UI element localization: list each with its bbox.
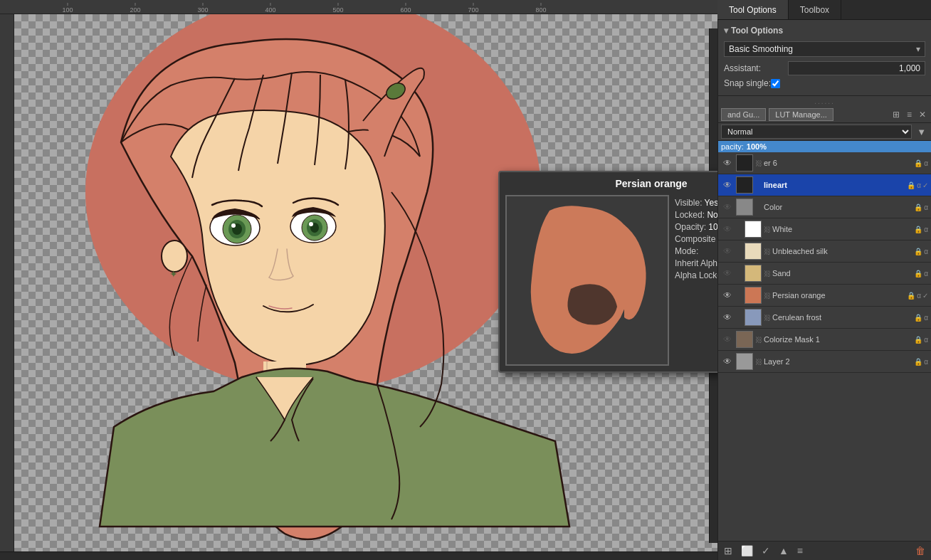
- layer-extra-icon-lineart: ✓: [922, 181, 928, 189]
- ruler-top: 100 200 300 400 500 600 700 800: [0, 0, 717, 14]
- layer-lock-icon-lineart: 🔒: [907, 181, 915, 189]
- layer-chain-sand: ⛓: [764, 270, 772, 278]
- merge-button[interactable]: ≡: [794, 544, 806, 558]
- opacity-row: pacity: 100%: [718, 141, 931, 152]
- popup-info: Visible: Yes Locked: No Opacity: 100% Co…: [675, 195, 717, 366]
- layer-visibility-layer6[interactable]: 👁: [721, 157, 734, 169]
- layer-visibility-color[interactable]: 👁: [721, 201, 734, 213]
- layer-alpha-icon-layer2: α: [924, 358, 928, 366]
- ruler-mark-800: 800: [535, 3, 546, 14]
- layer-lock-icon-layer6: 🔒: [914, 159, 922, 167]
- layer-item-white[interactable]: 👁 ⛓ White 🔒 α: [718, 218, 931, 241]
- layer-lock-icon-cerulean: 🔒: [914, 314, 922, 322]
- layer-visibility-persian-orange[interactable]: 👁: [721, 289, 734, 302]
- popup-title: Persian orange: [505, 178, 717, 189]
- layer-alpha-icon-lineart: α: [917, 181, 921, 189]
- tool-options-title: Tool Options: [731, 26, 783, 36]
- layer-thumb-color: [736, 199, 753, 216]
- layer-lock-icon-sand: 🔒: [914, 270, 922, 278]
- layer-chain-layer6: ⛓: [755, 159, 764, 167]
- svg-point-11: [162, 241, 187, 272]
- popup-thumbnail: [505, 195, 669, 366]
- layer-thumb-sand: [745, 265, 762, 282]
- smoothing-dropdown[interactable]: Basic Smoothing ▾: [724, 41, 925, 57]
- layer-chain-white: ⛓: [764, 226, 772, 233]
- move-up-button[interactable]: ▲: [776, 544, 791, 558]
- layer-visibility-unbleached[interactable]: 👁: [721, 245, 734, 258]
- layer-name-layer2: Layer 2: [764, 357, 914, 366]
- right-panel: ▾ Tool Options Basic Smoothing ▾ Assista…: [717, 0, 931, 560]
- assistant-row: Assistant: 1,000: [718, 60, 931, 77]
- popup-opacity: Opacity: 100%: [675, 222, 717, 232]
- add-layer-button[interactable]: ⊞: [721, 544, 735, 558]
- layer-item-persian-orange[interactable]: 👁 ⛓ Persian orange 🔒 α ✓: [718, 285, 931, 307]
- layer-visibility-layer2[interactable]: 👁: [721, 355, 734, 368]
- svg-point-10: [309, 222, 313, 226]
- layer-item-lineart[interactable]: 👁 lineart 🔒 α ✓: [718, 174, 931, 196]
- layer-lock-icon-colorize-mask: 🔒: [914, 336, 922, 344]
- lut-manager-button[interactable]: LUT Manage...: [769, 108, 833, 121]
- layer-extra-icon-persian-orange: ✓: [922, 292, 928, 300]
- layer-chain-layer2: ⛓: [755, 358, 764, 366]
- layer-thumb-unbleached: [745, 243, 762, 260]
- layer-visibility-lineart[interactable]: 👁: [721, 179, 734, 191]
- layer-item-sand[interactable]: 👁 ⛓ Sand 🔒 α: [718, 263, 931, 285]
- popup-alpha-locked: Alpha Locked: Yes: [675, 270, 717, 280]
- filter-icon-button[interactable]: ▼: [915, 125, 928, 139]
- chevron-down-icon: ▾: [916, 44, 920, 54]
- tab-toolbox[interactable]: Toolbox: [789, 0, 841, 19]
- assistant-value[interactable]: 1,000: [788, 61, 925, 75]
- layer-item-layer6[interactable]: 👁 ⛓ er 6 🔒 α: [718, 152, 931, 174]
- layers-expand-icon[interactable]: ⊞: [890, 108, 902, 121]
- scrollbar-horizontal[interactable]: [0, 551, 717, 560]
- layer-item-unbleached[interactable]: 👁 ⛓ Unbleached silk 🔒 α: [718, 241, 931, 263]
- layer-thumb-cerulean: [745, 309, 762, 326]
- delete-layer-button[interactable]: 🗑: [912, 544, 928, 558]
- layers-close-icon[interactable]: ✕: [917, 108, 928, 121]
- group-layer-button[interactable]: ⬜: [738, 544, 756, 558]
- layer-visibility-colorize-mask[interactable]: 👁: [721, 333, 734, 346]
- layer-lock-icon-color: 🔒: [914, 204, 922, 211]
- layer-lock-icon-white: 🔒: [914, 226, 922, 233]
- panel-divider: ......: [718, 96, 931, 107]
- layer-thumb-white: [745, 221, 762, 238]
- layer-alpha-icon-sand: α: [924, 270, 928, 278]
- assistant-label: Assistant:: [724, 63, 788, 73]
- popup-composite: Composite Normal: [675, 234, 717, 244]
- svg-point-5: [231, 223, 236, 228]
- layer-visibility-sand[interactable]: 👁: [721, 267, 734, 280]
- and-guides-button[interactable]: and Gu...: [721, 108, 766, 121]
- layer-item-cerulean[interactable]: 👁 ⛓ Cerulean frost 🔒 α: [718, 307, 931, 329]
- snap-single-label: Snap single:: [724, 78, 771, 88]
- layer-lock-icon-unbleached: 🔒: [914, 248, 922, 255]
- opacity-label: pacity:: [721, 142, 744, 151]
- layer-item-color[interactable]: 👁 Color 🔒 α: [718, 196, 931, 218]
- popup-mode: Mode:: [675, 246, 717, 256]
- blend-mode-dropdown[interactable]: Normal: [721, 125, 912, 139]
- layers-filter-icon[interactable]: ≡: [905, 108, 914, 121]
- move-down-button[interactable]: ✓: [759, 544, 773, 558]
- layer-alpha-icon-white: α: [924, 226, 928, 233]
- popup-visible: Visible: Yes: [675, 198, 717, 208]
- layer-visibility-cerulean[interactable]: 👁: [721, 311, 734, 324]
- layer-name-color: Color: [764, 203, 914, 211]
- layer-visibility-white[interactable]: 👁: [721, 223, 734, 236]
- opacity-value: 100%: [747, 142, 767, 151]
- layer-chain-unbleached: ⛓: [764, 248, 772, 255]
- layer-thumb-lineart: [736, 176, 753, 194]
- layer-item-layer2[interactable]: 👁 ⛓ Layer 2 🔒 α: [718, 351, 931, 373]
- ruler-mark-300: 300: [197, 3, 208, 14]
- layer-thumb-layer6: [736, 154, 753, 171]
- popup-inherit: Inherit Alpha: No: [675, 258, 717, 268]
- layer-lock-icon-layer2: 🔒: [914, 358, 922, 366]
- layer-thumb-colorize-mask: [736, 331, 753, 348]
- tab-tool-options[interactable]: Tool Options: [717, 0, 789, 19]
- ruler-mark-600: 600: [400, 3, 411, 14]
- tool-options-arrow: ▾: [724, 26, 728, 36]
- ruler-left: [0, 14, 14, 551]
- layer-alpha-icon-layer6: α: [924, 159, 928, 167]
- layer-alpha-icon-unbleached: α: [924, 248, 928, 255]
- canvas-scroll-container[interactable]: ✦: [14, 14, 717, 551]
- layer-item-colorize-mask[interactable]: 👁 ⛓ Colorize Mask 1 🔒 α: [718, 329, 931, 351]
- snap-single-checkbox[interactable]: [771, 79, 780, 88]
